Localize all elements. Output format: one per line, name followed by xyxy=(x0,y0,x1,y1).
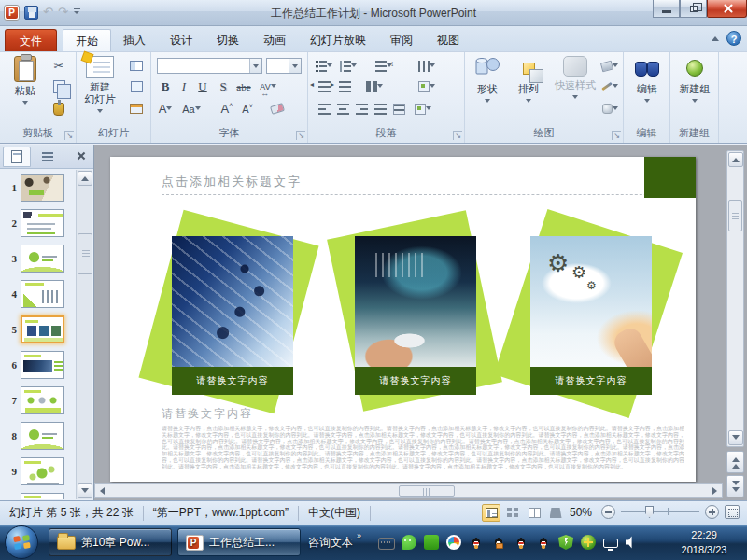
slide-thumbnail-row[interactable]: 4 xyxy=(0,276,75,312)
new-group-button[interactable]: 新建组 xyxy=(673,56,716,125)
card-caption[interactable]: 请替换文字内容 xyxy=(355,367,476,395)
close-button[interactable] xyxy=(707,0,747,18)
image-card[interactable]: 请替换文字内容 xyxy=(172,236,293,395)
edit-button[interactable]: 编辑 xyxy=(626,56,669,125)
vertical-scrollbar[interactable] xyxy=(726,150,744,447)
close-panel-icon[interactable] xyxy=(75,149,88,162)
quick-styles-button[interactable]: 快速样式 xyxy=(551,56,599,125)
horizontal-scrollbar[interactable] xyxy=(94,483,723,498)
align-right-button[interactable] xyxy=(353,101,370,117)
restore-button[interactable] xyxy=(680,0,707,18)
slide-thumbnail-row[interactable]: 5 xyxy=(0,312,75,347)
center-button[interactable] xyxy=(334,101,351,117)
reading-view-button[interactable] xyxy=(525,504,543,522)
toolbar-chevron-icon[interactable]: » xyxy=(357,531,360,540)
slide-thumbnail-row[interactable]: 2 xyxy=(0,205,75,241)
slide-thumbnail-row[interactable]: 9 xyxy=(0,454,75,489)
format-painter-button[interactable] xyxy=(50,101,67,117)
zoom-out-button[interactable] xyxy=(601,505,615,519)
italic-button[interactable]: I xyxy=(176,78,192,94)
tab-view[interactable]: 视图 xyxy=(425,29,472,51)
grow-font-button[interactable]: A˄ xyxy=(218,101,235,117)
clear-formatting-button[interactable] xyxy=(269,101,286,117)
scroll-right-icon[interactable] xyxy=(709,485,722,497)
thumbnail[interactable] xyxy=(21,315,64,343)
help-icon[interactable]: ? xyxy=(726,31,741,46)
clipboard-dialog-launcher[interactable]: ↘ xyxy=(64,131,74,140)
network-icon[interactable] xyxy=(603,539,618,548)
font-dialog-launcher[interactable]: ↘ xyxy=(296,131,305,140)
vertical-scroll-thumb[interactable] xyxy=(728,200,742,231)
body-text[interactable]: 请替换文字内容，点击添加相关标题文字，修改文字内容，也可以直接复制你的内容到此。… xyxy=(162,426,684,476)
theme-name[interactable]: “第一PPT，www.1ppt.com” xyxy=(144,505,298,521)
cut-button[interactable]: ✂ xyxy=(50,58,67,74)
shrink-font-button[interactable]: A˅ xyxy=(239,101,256,117)
scroll-up-icon[interactable] xyxy=(728,152,743,167)
panel-scroll-up-icon[interactable] xyxy=(78,171,92,186)
card-caption[interactable]: 请替换文字内容 xyxy=(530,367,652,395)
slide-sorter-button[interactable] xyxy=(503,504,522,522)
undo-icon[interactable]: ↶ xyxy=(43,5,53,20)
outline-tab[interactable] xyxy=(34,147,62,167)
line-spacing-button[interactable]: ↕ xyxy=(375,58,392,74)
strikethrough-button[interactable]: abe xyxy=(235,78,252,94)
powerpoint-app-icon[interactable]: P xyxy=(4,5,20,21)
slide-page[interactable]: 点击添加相关标题文字 请替换文字内容 请替换文字内容 xyxy=(110,157,696,482)
image-card[interactable]: ⚙ ⚙ ⚙ 请替换文字内容 xyxy=(530,236,652,395)
volume-icon[interactable] xyxy=(626,535,636,550)
thumbnail[interactable] xyxy=(21,174,64,202)
shape-outline-button[interactable] xyxy=(601,78,618,94)
normal-view-button[interactable] xyxy=(482,504,500,522)
tab-file[interactable]: 文件 xyxy=(5,29,57,51)
align-left-button[interactable] xyxy=(316,101,332,117)
tab-home[interactable]: 开始 xyxy=(63,29,111,51)
card-photo-gears[interactable]: ⚙ ⚙ ⚙ xyxy=(530,236,652,367)
align-text-button[interactable] xyxy=(418,78,435,94)
scroll-down-icon[interactable] xyxy=(728,430,743,445)
zoom-level[interactable]: 50% xyxy=(570,506,592,519)
qq-icon-4[interactable] xyxy=(536,535,551,550)
horizontal-scroll-thumb[interactable] xyxy=(399,485,455,497)
thumbnail[interactable] xyxy=(21,280,64,308)
taskbar-item-powerpoint[interactable]: 工作总结工... xyxy=(177,528,301,556)
layout-button[interactable] xyxy=(128,58,145,74)
reset-button[interactable] xyxy=(128,78,145,94)
section-button[interactable] xyxy=(128,101,145,117)
tab-design[interactable]: 设计 xyxy=(158,29,204,51)
panel-scroll-down-icon[interactable] xyxy=(78,483,92,498)
card-photo-mouse[interactable] xyxy=(355,236,476,367)
shape-effects-button[interactable] xyxy=(601,101,618,117)
bold-button[interactable]: B xyxy=(157,78,174,94)
bullets-button[interactable] xyxy=(316,58,332,74)
font-size-combo[interactable] xyxy=(266,58,302,74)
slide-thumbnail-row[interactable]: 6 xyxy=(0,347,75,383)
tab-review[interactable]: 审阅 xyxy=(378,29,425,51)
paragraph-dialog-launcher[interactable]: ↘ xyxy=(453,131,462,140)
collapse-ribbon-icon[interactable] xyxy=(712,33,719,41)
taskbar-item-folder[interactable]: 第10章 Pow... xyxy=(49,528,172,556)
character-spacing-button[interactable]: AV xyxy=(260,78,276,94)
wechat-icon[interactable] xyxy=(402,535,416,550)
language-indicator[interactable]: 中文(中国) xyxy=(299,505,370,521)
slideshow-button[interactable] xyxy=(546,504,565,522)
smartart-convert-button[interactable] xyxy=(415,101,431,117)
justify-button[interactable] xyxy=(372,101,388,117)
thumbnail[interactable] xyxy=(21,422,64,450)
card-photo-stairs[interactable] xyxy=(172,236,293,367)
scroll-left-icon[interactable] xyxy=(95,485,108,497)
keyboard-icon[interactable] xyxy=(379,539,394,549)
increase-indent-button[interactable]: ▸ xyxy=(336,78,353,94)
text-shadow-button[interactable]: S xyxy=(215,78,232,94)
paste-button[interactable]: 粘贴 xyxy=(4,56,47,125)
thumbnail[interactable] xyxy=(21,493,64,499)
arrange-button[interactable]: 排列 xyxy=(510,56,547,125)
font-name-combo[interactable] xyxy=(157,58,262,74)
customize-qat-icon[interactable] xyxy=(73,7,82,18)
distribute-button[interactable] xyxy=(390,101,407,117)
panel-scroll-thumb[interactable] xyxy=(78,233,92,274)
next-slide-button[interactable] xyxy=(726,475,744,497)
slide-counter[interactable]: 幻灯片 第 5 张，共 22 张 xyxy=(0,505,143,521)
fit-to-window-button[interactable] xyxy=(725,505,740,519)
redo-icon[interactable]: ↷ xyxy=(58,5,68,20)
system-clock[interactable]: 22:29 2018/3/23 xyxy=(667,527,741,557)
